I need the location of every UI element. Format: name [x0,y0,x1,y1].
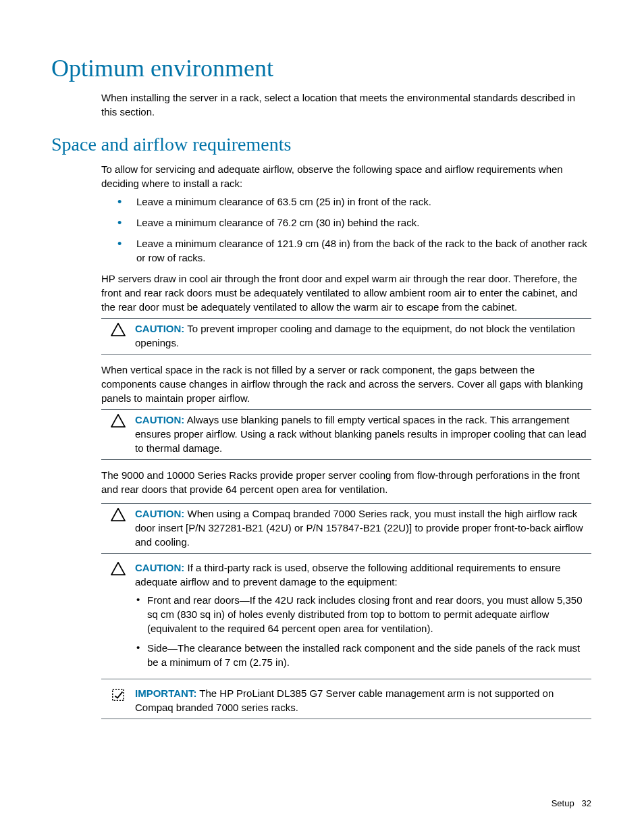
caution-block-1: CAUTION: To prevent improper cooling and… [101,318,591,355]
caution-block-4: CAUTION: If a third-party rack is used, … [101,554,591,679]
page-footer: Setup 32 [552,798,591,808]
caution-icon [101,561,135,575]
list-item: Leave a minimum clearance of 121.9 cm (4… [117,236,591,265]
important-label: IMPORTANT: [135,687,196,699]
caution-text: If a third-party rack is used, observe t… [135,562,560,588]
list-item: Leave a minimum clearance of 76.2 cm (30… [117,215,591,230]
caution-icon [101,413,135,427]
footer-page-number: 32 [582,798,591,808]
caution-icon [101,321,135,336]
caution-icon [101,506,135,521]
important-text: The HP ProLiant DL385 G7 Server cable ma… [135,687,554,713]
svg-rect-0 [113,689,124,701]
important-icon [101,686,135,702]
clearance-list: Leave a minimum clearance of 63.5 cm (25… [117,194,591,265]
caution-text: Always use blanking panels to fill empty… [135,414,587,454]
caution-label: CAUTION: [135,508,184,519]
cooling-paragraph: HP servers draw in cool air through the … [101,271,591,314]
footer-section: Setup [552,798,574,808]
list-item: Front and rear doors—If the 42U rack inc… [135,593,591,635]
important-block: IMPORTANT: The HP ProLiant DL385 G7 Serv… [101,679,591,719]
caution-label: CAUTION: [135,562,184,573]
heading-optimum-environment: Optimum environment [51,54,591,82]
caution-text: To prevent improper cooling and damage t… [135,323,575,348]
caution-block-3: CAUTION: When using a Compaq branded 700… [101,503,591,554]
gaps-paragraph: When vertical space in the rack is not f… [101,363,591,405]
racks-9000-paragraph: The 9000 and 10000 Series Racks provide … [101,468,591,496]
heading-space-airflow: Space and airflow requirements [51,134,591,155]
intro-paragraph-2: To allow for servicing and adequate airf… [101,162,591,190]
caution-label: CAUTION: [135,414,184,425]
caution-label: CAUTION: [135,323,184,334]
caution-sublist: Front and rear doors—If the 42U rack inc… [135,593,591,669]
list-item: Leave a minimum clearance of 63.5 cm (25… [117,194,591,209]
list-item: Side—The clearance between the installed… [135,641,591,669]
caution-block-2: CAUTION: Always use blanking panels to f… [101,409,591,460]
caution-text: When using a Compaq branded 7000 Series … [135,508,583,548]
intro-paragraph-1: When installing the server in a rack, se… [101,90,591,119]
